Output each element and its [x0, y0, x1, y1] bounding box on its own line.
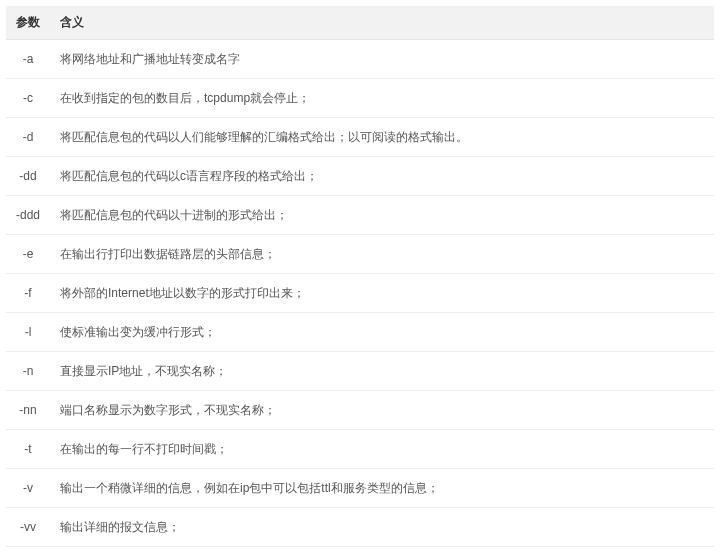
header-meaning: 含义 [50, 6, 714, 40]
params-table: 参数 含义 -a将网络地址和广播地址转变成名字-c在收到指定的包的数目后，tcp… [6, 6, 714, 556]
cell-flag: -e [6, 235, 50, 274]
table-row: -t在输出的每一行不打印时间戳； [6, 430, 714, 469]
cell-desc: 将匹配信息包的代码以人们能够理解的汇编格式给出；以可阅读的格式输出。 [50, 118, 714, 157]
cell-desc: 输出详细的报文信息； [50, 508, 714, 547]
cell-flag: -t [6, 430, 50, 469]
cell-flag: -F [6, 547, 50, 557]
cell-flag: -dd [6, 157, 50, 196]
cell-desc: 在收到指定的包的数目后，tcpdump就会停止； [50, 79, 714, 118]
table-row: -c在收到指定的包的数目后，tcpdump就会停止； [6, 79, 714, 118]
table-row: -d将匹配信息包的代码以人们能够理解的汇编格式给出；以可阅读的格式输出。 [6, 118, 714, 157]
table-row: -f将外部的Internet地址以数字的形式打印出来； [6, 274, 714, 313]
table-row: -e在输出行打印出数据链路层的头部信息； [6, 235, 714, 274]
cell-desc: 直接显示IP地址，不现实名称； [50, 352, 714, 391]
cell-desc: 将匹配信息包的代码以c语言程序段的格式给出； [50, 157, 714, 196]
cell-desc: 在输出的每一行不打印时间戳； [50, 430, 714, 469]
table-row: -vv输出详细的报文信息； [6, 508, 714, 547]
cell-flag: -nn [6, 391, 50, 430]
cell-desc: 输出一个稍微详细的信息，例如在ip包中可以包括ttl和服务类型的信息； [50, 469, 714, 508]
table-row: -a将网络地址和广播地址转变成名字 [6, 40, 714, 79]
table-row: -nn端口名称显示为数字形式，不现实名称； [6, 391, 714, 430]
cell-flag: -ddd [6, 196, 50, 235]
table-row: -ddd将匹配信息包的代码以十进制的形式给出； [6, 196, 714, 235]
cell-flag: -v [6, 469, 50, 508]
cell-desc: 将网络地址和广播地址转变成名字 [50, 40, 714, 79]
cell-flag: -d [6, 118, 50, 157]
cell-flag: -c [6, 79, 50, 118]
table-row: -F从指定的文件中读取表达式,忽略其它的表达式； [6, 547, 714, 557]
header-param: 参数 [6, 6, 50, 40]
table-row: -dd将匹配信息包的代码以c语言程序段的格式给出； [6, 157, 714, 196]
table-row: -n直接显示IP地址，不现实名称； [6, 352, 714, 391]
cell-desc: 将匹配信息包的代码以十进制的形式给出； [50, 196, 714, 235]
table-row: -v输出一个稍微详细的信息，例如在ip包中可以包括ttl和服务类型的信息； [6, 469, 714, 508]
table-header-row: 参数 含义 [6, 6, 714, 40]
cell-desc: 将外部的Internet地址以数字的形式打印出来； [50, 274, 714, 313]
cell-desc: 在输出行打印出数据链路层的头部信息； [50, 235, 714, 274]
table-row: -l使标准输出变为缓冲行形式； [6, 313, 714, 352]
cell-flag: -vv [6, 508, 50, 547]
cell-desc: 端口名称显示为数字形式，不现实名称； [50, 391, 714, 430]
cell-desc: 从指定的文件中读取表达式,忽略其它的表达式； [50, 547, 714, 557]
cell-desc: 使标准输出变为缓冲行形式； [50, 313, 714, 352]
cell-flag: -l [6, 313, 50, 352]
cell-flag: -f [6, 274, 50, 313]
cell-flag: -n [6, 352, 50, 391]
cell-flag: -a [6, 40, 50, 79]
